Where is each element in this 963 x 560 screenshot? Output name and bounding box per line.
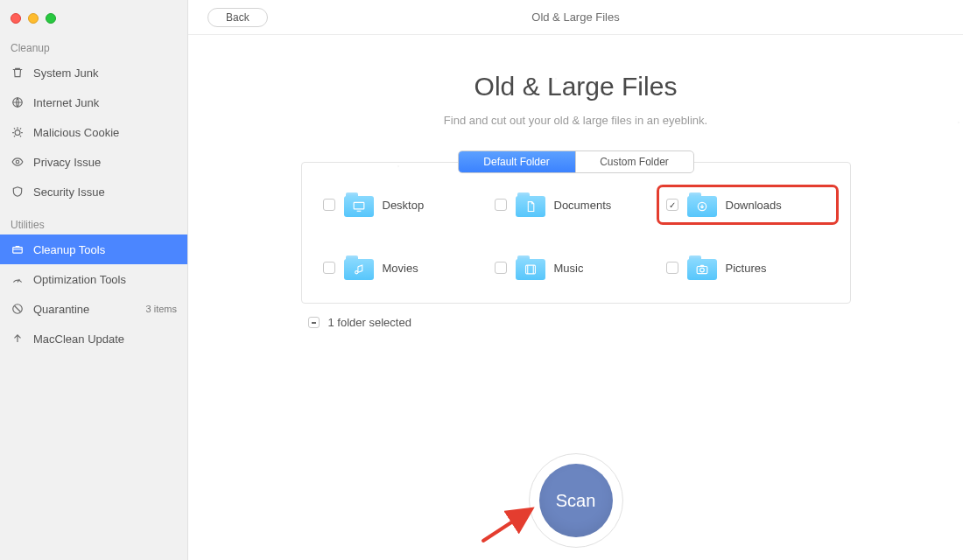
sidebar-item-macclean-update[interactable]: MacClean Update	[0, 324, 187, 354]
svg-point-7	[355, 271, 357, 274]
folder-label: Pictures	[726, 262, 767, 275]
close-window-dot[interactable]	[11, 13, 21, 24]
sidebar-item-label: Optimization Tools	[33, 273, 177, 286]
sidebar-item-quarantine[interactable]: Quarantine 3 items	[0, 294, 187, 324]
sidebar-section-utilities-label: Utilities	[0, 206, 187, 234]
zoom-window-dot[interactable]	[46, 13, 56, 24]
sidebar-item-optimization-tools[interactable]: Optimization Tools	[0, 264, 187, 294]
folder-icon	[687, 192, 717, 217]
folder-downloads[interactable]: Downloads	[661, 189, 834, 220]
folder-downloads-checkbox[interactable]	[666, 199, 678, 211]
quarantine-icon	[11, 302, 25, 316]
scan-button[interactable]: Scan	[539, 464, 613, 537]
svg-point-10	[699, 268, 704, 272]
folder-grid: Desktop Documents Down	[323, 192, 829, 280]
folder-tab-strip: Default Folder Custom Folder	[458, 150, 694, 173]
folder-icon	[344, 256, 374, 280]
trash-icon	[11, 66, 25, 80]
folder-movies-checkbox[interactable]	[323, 262, 335, 274]
sidebar-item-malicious-cookie[interactable]: Malicious Cookie	[0, 117, 187, 147]
toolbox-icon	[11, 242, 25, 256]
folder-label: Movies	[383, 262, 418, 275]
svg-point-2	[16, 160, 19, 164]
hero: Old & Large Files Find and cut out your …	[188, 72, 963, 127]
folder-area: Default Folder Custom Folder Desktop	[301, 162, 851, 329]
back-button[interactable]: Back	[207, 8, 268, 27]
folder-pictures-checkbox[interactable]	[666, 262, 678, 274]
sidebar-item-label: MacClean Update	[33, 332, 177, 346]
selection-summary: 1 folder selected	[308, 316, 851, 329]
sidebar-item-label: System Junk	[33, 66, 177, 80]
sidebar-item-security-issue[interactable]: Security Issue	[0, 177, 187, 206]
sidebar-item-label: Cleanup Tools	[33, 243, 177, 256]
eye-icon	[11, 155, 25, 169]
sidebar-item-cleanup-tools[interactable]: Cleanup Tools	[0, 234, 187, 264]
sidebar-item-label: Malicious Cookie	[33, 126, 177, 139]
svg-point-1	[15, 130, 20, 136]
update-icon	[11, 332, 25, 346]
folder-desktop-checkbox[interactable]	[323, 199, 335, 211]
tab-default-folder[interactable]: Default Folder	[459, 151, 576, 172]
app-window: Cleanup System Junk Internet Junk Malici…	[0, 0, 963, 560]
folder-panel: Desktop Documents Down	[301, 162, 851, 304]
folder-music[interactable]: Music	[495, 256, 657, 280]
page-title: Old & Large Files	[188, 72, 963, 102]
topbar: Back Old & Large Files	[188, 0, 963, 35]
folder-documents-checkbox[interactable]	[495, 199, 507, 211]
folder-icon	[516, 256, 545, 280]
sidebar-item-label: Security Issue	[33, 186, 177, 199]
folder-documents[interactable]: Documents	[495, 192, 657, 217]
folder-label: Music	[554, 262, 584, 275]
minimize-window-dot[interactable]	[28, 13, 39, 24]
folder-desktop[interactable]: Desktop	[323, 192, 486, 217]
sidebar-item-internet-junk[interactable]: Internet Junk	[0, 88, 187, 117]
topbar-title: Old & Large Files	[188, 10, 963, 24]
folder-icon	[344, 192, 374, 217]
folder-label: Desktop	[383, 199, 425, 212]
bug-icon	[11, 125, 25, 139]
gauge-icon	[11, 272, 25, 286]
sidebar-section-cleanup-label: Cleanup	[0, 30, 187, 58]
window-controls	[0, 7, 187, 30]
svg-rect-8	[525, 265, 535, 274]
page-subtitle: Find and cut out your old & large files …	[188, 114, 963, 127]
selection-summary-text: 1 folder selected	[328, 316, 411, 329]
sidebar-item-label: Internet Junk	[33, 96, 177, 109]
main-panel: Back Old & Large Files Old & Large Files…	[188, 0, 963, 560]
folder-music-checkbox[interactable]	[495, 262, 507, 274]
sidebar-item-badge: 3 items	[146, 304, 177, 314]
folder-label: Documents	[554, 199, 612, 212]
sidebar-item-privacy-issue[interactable]: Privacy Issue	[0, 147, 187, 177]
shield-icon	[11, 185, 25, 199]
sidebar-item-label: Quarantine	[33, 303, 137, 316]
folder-icon	[516, 192, 545, 217]
scan-button-ring: Scan	[529, 453, 623, 548]
globe-icon	[11, 95, 25, 109]
folder-pictures[interactable]: Pictures	[666, 256, 829, 280]
folder-movies[interactable]: Movies	[323, 256, 486, 280]
folder-icon	[687, 256, 717, 280]
tab-custom-folder[interactable]: Custom Folder	[576, 151, 693, 172]
sidebar-item-system-junk[interactable]: System Junk	[0, 58, 187, 88]
sidebar-item-label: Privacy Issue	[33, 156, 177, 169]
svg-rect-3	[13, 248, 23, 253]
select-all-checkbox[interactable]	[308, 317, 320, 328]
folder-label: Downloads	[726, 199, 782, 212]
svg-rect-5	[354, 202, 364, 209]
sidebar: Cleanup System Junk Internet Junk Malici…	[0, 0, 188, 560]
